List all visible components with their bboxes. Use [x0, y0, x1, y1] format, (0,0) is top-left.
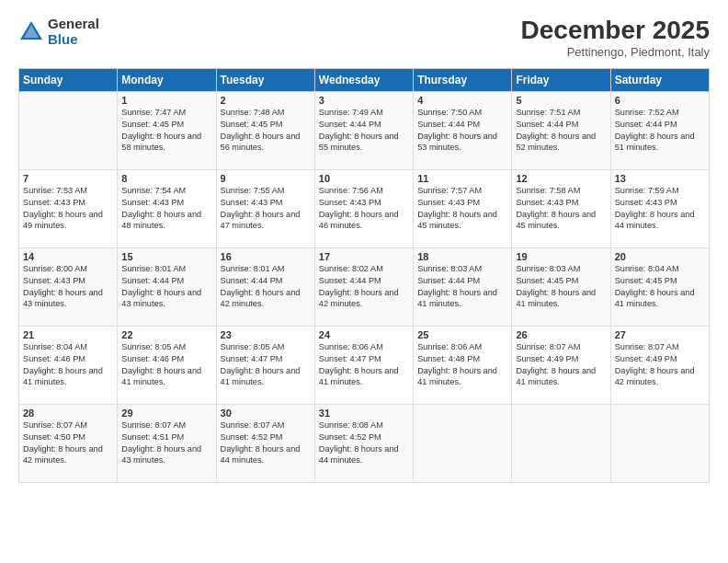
daylight-text: Daylight: 8 hours and 41 minutes. — [121, 366, 201, 387]
sunrise-text: Sunrise: 8:02 AM — [319, 264, 383, 273]
table-row — [19, 91, 118, 169]
day-number: 7 — [23, 173, 113, 184]
day-info: Sunrise: 8:08 AM Sunset: 4:52 PM Dayligh… — [319, 419, 409, 467]
day-info: Sunrise: 8:04 AM Sunset: 4:46 PM Dayligh… — [23, 341, 113, 389]
day-number: 29 — [121, 408, 211, 419]
sunset-text: Sunset: 4:45 PM — [615, 276, 677, 285]
daylight-text: Daylight: 8 hours and 43 minutes. — [23, 288, 103, 309]
month-title: December 2025 — [521, 17, 710, 45]
daylight-text: Daylight: 8 hours and 44 minutes. — [319, 444, 399, 465]
day-info: Sunrise: 7:59 AM Sunset: 4:43 PM Dayligh… — [615, 185, 705, 233]
daylight-text: Daylight: 8 hours and 41 minutes. — [615, 288, 695, 309]
table-row: 24 Sunrise: 8:06 AM Sunset: 4:47 PM Dayl… — [314, 326, 413, 404]
day-info: Sunrise: 8:05 AM Sunset: 4:47 PM Dayligh… — [221, 341, 311, 389]
sunset-text: Sunset: 4:46 PM — [121, 354, 184, 363]
sunset-text: Sunset: 4:43 PM — [319, 198, 381, 207]
sunset-text: Sunset: 4:44 PM — [615, 120, 677, 129]
table-row — [610, 404, 709, 482]
day-number: 19 — [516, 251, 606, 262]
daylight-text: Daylight: 8 hours and 44 minutes. — [615, 210, 695, 231]
day-info: Sunrise: 8:00 AM Sunset: 4:43 PM Dayligh… — [23, 263, 113, 311]
sunset-text: Sunset: 4:44 PM — [417, 120, 480, 129]
table-row: 20 Sunrise: 8:04 AM Sunset: 4:45 PM Dayl… — [610, 247, 709, 326]
logo-general-text: General — [48, 17, 99, 32]
sunrise-text: Sunrise: 7:56 AM — [319, 186, 383, 195]
logo-blue-text: Blue — [48, 32, 99, 48]
sunset-text: Sunset: 4:46 PM — [23, 354, 85, 363]
day-number: 15 — [121, 251, 211, 262]
sunset-text: Sunset: 4:44 PM — [319, 120, 381, 129]
daylight-text: Daylight: 8 hours and 47 minutes. — [221, 210, 301, 231]
day-info: Sunrise: 8:01 AM Sunset: 4:44 PM Dayligh… — [221, 263, 311, 311]
sunrise-text: Sunrise: 7:57 AM — [417, 186, 482, 195]
daylight-text: Daylight: 8 hours and 41 minutes. — [516, 288, 596, 309]
sunset-text: Sunset: 4:43 PM — [121, 198, 184, 207]
sunset-text: Sunset: 4:43 PM — [23, 198, 85, 207]
sunrise-text: Sunrise: 7:55 AM — [221, 186, 285, 195]
day-number: 23 — [221, 329, 311, 340]
sunset-text: Sunset: 4:43 PM — [23, 276, 85, 285]
calendar-header-row: Sunday Monday Tuesday Wednesday Thursday… — [19, 68, 710, 91]
table-row — [512, 404, 610, 482]
sunset-text: Sunset: 4:45 PM — [221, 120, 283, 129]
title-area: December 2025 Pettinengo, Piedmont, Ital… — [521, 17, 710, 59]
sunrise-text: Sunrise: 8:01 AM — [221, 264, 285, 273]
sunrise-text: Sunrise: 8:08 AM — [319, 420, 383, 430]
day-info: Sunrise: 8:02 AM Sunset: 4:44 PM Dayligh… — [319, 263, 409, 311]
table-row: 16 Sunrise: 8:01 AM Sunset: 4:44 PM Dayl… — [216, 247, 314, 326]
day-info: Sunrise: 8:04 AM Sunset: 4:45 PM Dayligh… — [615, 263, 705, 311]
daylight-text: Daylight: 8 hours and 42 minutes. — [23, 444, 103, 465]
sunset-text: Sunset: 4:43 PM — [417, 198, 480, 207]
day-info: Sunrise: 7:52 AM Sunset: 4:44 PM Dayligh… — [615, 107, 705, 155]
sunrise-text: Sunrise: 8:07 AM — [221, 420, 285, 430]
sunrise-text: Sunrise: 8:07 AM — [121, 420, 186, 430]
table-row: 9 Sunrise: 7:55 AM Sunset: 4:43 PM Dayli… — [216, 169, 314, 247]
day-info: Sunrise: 7:53 AM Sunset: 4:43 PM Dayligh… — [23, 185, 113, 233]
sunrise-text: Sunrise: 8:04 AM — [615, 264, 679, 273]
calendar-table: Sunday Monday Tuesday Wednesday Thursday… — [18, 68, 710, 483]
table-row: 27 Sunrise: 8:07 AM Sunset: 4:49 PM Dayl… — [610, 326, 709, 404]
table-row: 17 Sunrise: 8:02 AM Sunset: 4:44 PM Dayl… — [314, 247, 413, 326]
daylight-text: Daylight: 8 hours and 58 minutes. — [121, 132, 201, 153]
daylight-text: Daylight: 8 hours and 42 minutes. — [615, 366, 695, 387]
daylight-text: Daylight: 8 hours and 43 minutes. — [121, 288, 201, 309]
day-number: 21 — [23, 329, 113, 340]
day-number: 20 — [615, 251, 705, 262]
calendar-page: General Blue December 2025 Pettinengo, P… — [0, 0, 728, 563]
sunset-text: Sunset: 4:45 PM — [516, 276, 578, 285]
table-row: 18 Sunrise: 8:03 AM Sunset: 4:44 PM Dayl… — [414, 247, 512, 326]
sunset-text: Sunset: 4:44 PM — [417, 276, 480, 285]
sunrise-text: Sunrise: 8:05 AM — [221, 342, 285, 351]
daylight-text: Daylight: 8 hours and 43 minutes. — [121, 444, 201, 465]
day-info: Sunrise: 8:05 AM Sunset: 4:46 PM Dayligh… — [121, 341, 211, 389]
sunrise-text: Sunrise: 8:01 AM — [121, 264, 186, 273]
day-info: Sunrise: 8:01 AM Sunset: 4:44 PM Dayligh… — [121, 263, 211, 311]
calendar-week-row: 1 Sunrise: 7:47 AM Sunset: 4:45 PM Dayli… — [19, 91, 710, 169]
table-row: 13 Sunrise: 7:59 AM Sunset: 4:43 PM Dayl… — [610, 169, 709, 247]
sunset-text: Sunset: 4:47 PM — [319, 354, 381, 363]
col-monday: Monday — [118, 68, 216, 91]
day-number: 31 — [319, 408, 409, 419]
sunrise-text: Sunrise: 8:04 AM — [23, 342, 87, 351]
table-row: 30 Sunrise: 8:07 AM Sunset: 4:52 PM Dayl… — [216, 404, 314, 482]
table-row — [414, 404, 512, 482]
day-number: 17 — [319, 251, 409, 262]
sunset-text: Sunset: 4:50 PM — [23, 432, 85, 442]
day-number: 6 — [615, 95, 705, 106]
calendar-week-row: 14 Sunrise: 8:00 AM Sunset: 4:43 PM Dayl… — [19, 247, 710, 326]
sunrise-text: Sunrise: 8:06 AM — [319, 342, 383, 351]
table-row: 14 Sunrise: 8:00 AM Sunset: 4:43 PM Dayl… — [19, 247, 118, 326]
day-info: Sunrise: 7:50 AM Sunset: 4:44 PM Dayligh… — [417, 107, 507, 155]
calendar-week-row: 7 Sunrise: 7:53 AM Sunset: 4:43 PM Dayli… — [19, 169, 710, 247]
day-info: Sunrise: 7:48 AM Sunset: 4:45 PM Dayligh… — [221, 107, 311, 155]
table-row: 23 Sunrise: 8:05 AM Sunset: 4:47 PM Dayl… — [216, 326, 314, 404]
sunset-text: Sunset: 4:47 PM — [221, 354, 283, 363]
sunrise-text: Sunrise: 8:03 AM — [417, 264, 482, 273]
day-number: 8 — [121, 173, 211, 184]
table-row: 11 Sunrise: 7:57 AM Sunset: 4:43 PM Dayl… — [414, 169, 512, 247]
sunrise-text: Sunrise: 7:59 AM — [615, 186, 679, 195]
calendar-week-row: 21 Sunrise: 8:04 AM Sunset: 4:46 PM Dayl… — [19, 326, 710, 404]
table-row: 29 Sunrise: 8:07 AM Sunset: 4:51 PM Dayl… — [118, 404, 216, 482]
sunset-text: Sunset: 4:52 PM — [221, 432, 283, 442]
day-number: 5 — [516, 95, 606, 106]
